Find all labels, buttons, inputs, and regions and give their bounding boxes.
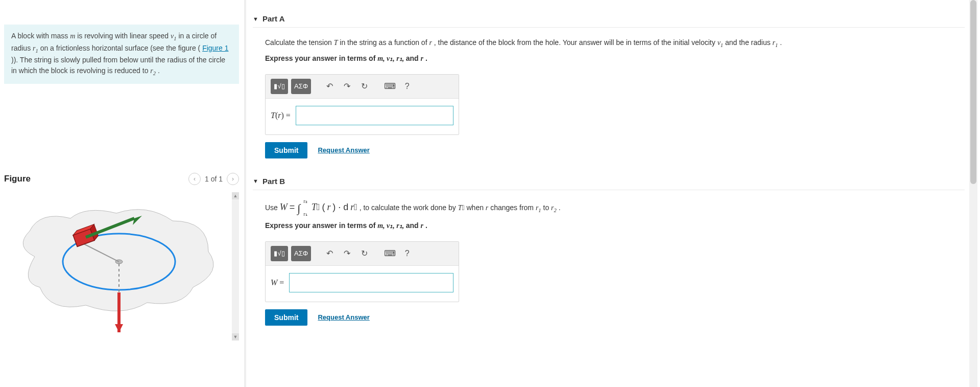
var-T: T: [334, 39, 338, 47]
vars: m, v₁, r₁,: [377, 222, 406, 230]
part-a-body: Calculate the tension T in the string as…: [253, 28, 965, 163]
var-W: W: [280, 202, 288, 212]
collapse-icon: ▼: [253, 16, 258, 22]
var-Tvec: T⃗: [458, 204, 465, 212]
right-column: ▼ Part A Calculate the tension T in the …: [253, 0, 965, 330]
text: Express your answer in terms of: [265, 54, 377, 62]
reset-icon[interactable]: ↻: [357, 246, 371, 261]
redo-icon[interactable]: ↷: [340, 246, 354, 261]
text: to: [543, 203, 552, 212]
var-r: r: [327, 202, 330, 212]
part-a-answer-input[interactable]: [296, 106, 453, 125]
figure-scroll-down[interactable]: ▼: [232, 333, 239, 340]
part-a-title: Part A: [262, 14, 285, 23]
text: .: [780, 38, 782, 47]
text: when: [466, 203, 485, 212]
part-a-header[interactable]: ▼ Part A: [253, 10, 965, 28]
part-b-label: W =: [271, 278, 284, 287]
equation-toolbar: ▮√▯ ΑΣΦ ↶ ↷ ↻ ⌨ ?: [266, 75, 459, 99]
intro-text: on a frictionless horizontal surface (se…: [40, 44, 201, 52]
pager-label: 1 of 1: [205, 175, 223, 183]
var-r: r: [421, 55, 423, 62]
var-rvec: r⃗: [350, 202, 357, 212]
intro-text: )). The string is slowly pulled from bel…: [11, 56, 225, 75]
request-answer-link[interactable]: Request Answer: [318, 313, 369, 321]
text: Use: [265, 203, 280, 212]
var-r: r: [429, 39, 432, 47]
var-r: r: [421, 222, 423, 230]
submit-button[interactable]: Submit: [265, 142, 307, 158]
request-answer-link[interactable]: Request Answer: [318, 146, 369, 154]
help-icon[interactable]: ?: [400, 246, 414, 261]
text: (: [322, 202, 325, 212]
part-b-answer-input[interactable]: [289, 273, 453, 292]
figure-svg: [4, 195, 224, 338]
part-b: ▼ Part B Use W = ∫ r₂ r₁ T⃗ ( r ) · d r⃗…: [253, 173, 965, 330]
intro-text: A block with mass: [11, 32, 70, 40]
part-a: ▼ Part A Calculate the tension T in the …: [253, 10, 965, 163]
text: in the string as a function of: [340, 38, 429, 47]
var-Tvec: T⃗: [312, 202, 320, 212]
figure-pager: ‹ 1 of 1 ›: [188, 173, 239, 185]
part-b-actions: Submit Request Answer: [265, 309, 965, 326]
scrollbar-thumb[interactable]: [970, 0, 976, 184]
text: Express your answer in terms of: [265, 221, 377, 230]
text: , the distance of the block from the hol…: [434, 38, 718, 47]
integral: ∫ r₂ r₁: [297, 199, 300, 217]
text: , to calculate the work done by: [360, 203, 458, 212]
toolbar-greek-button[interactable]: ΑΣΦ: [291, 246, 311, 261]
left-column: A block with mass m is revolving with li…: [4, 0, 239, 340]
part-b-prompt: Use W = ∫ r₂ r₁ T⃗ ( r ) · d r⃗ , to cal…: [265, 199, 965, 217]
var-r1: r1: [33, 44, 38, 52]
var-r1: r1: [773, 39, 778, 47]
text: changes from: [490, 203, 536, 212]
part-a-answer-box: ▮√▯ ΑΣΦ ↶ ↷ ↻ ⌨ ? T(r) =: [265, 74, 459, 135]
equation-toolbar: ▮√▯ ΑΣΦ ↶ ↷ ↻ ⌨ ?: [266, 242, 459, 266]
svg-marker-10: [115, 324, 123, 332]
redo-icon[interactable]: ↷: [340, 79, 354, 94]
part-b-input-row: W =: [266, 266, 459, 302]
toolbar-greek-button[interactable]: ΑΣΦ: [291, 79, 311, 94]
undo-icon[interactable]: ↶: [322, 79, 337, 94]
figure-scroll-up[interactable]: ▲: [232, 192, 239, 199]
reset-icon[interactable]: ↻: [357, 79, 371, 94]
part-a-input-row: T(r) =: [266, 99, 459, 134]
var-v1: v1: [171, 32, 176, 40]
text: .: [425, 221, 427, 230]
keyboard-icon[interactable]: ⌨: [383, 79, 397, 94]
problem-intro: A block with mass m is revolving with li…: [4, 25, 239, 84]
part-b-express: Express your answer in terms of m, v₁, r…: [265, 221, 965, 230]
var-m: m: [70, 32, 75, 40]
text: and: [406, 54, 421, 62]
figure-header: Figure ‹ 1 of 1 ›: [4, 171, 239, 187]
var-v1: v1: [718, 39, 723, 47]
collapse-icon: ▼: [253, 178, 258, 184]
pager-next-button[interactable]: ›: [227, 173, 239, 185]
part-a-prompt: Calculate the tension T in the string as…: [265, 37, 965, 50]
part-b-header[interactable]: ▼ Part B: [253, 173, 965, 190]
text: ) · d: [332, 202, 348, 212]
text: Calculate the tension: [265, 38, 334, 47]
undo-icon[interactable]: ↶: [322, 246, 337, 261]
keyboard-icon[interactable]: ⌨: [383, 246, 397, 261]
column-divider: [244, 0, 246, 387]
part-b-body: Use W = ∫ r₂ r₁ T⃗ ( r ) · d r⃗ , to cal…: [253, 190, 965, 330]
var-r: r: [486, 204, 488, 212]
submit-button[interactable]: Submit: [265, 309, 307, 326]
var-r1: r1: [536, 204, 541, 212]
intro-text: .: [158, 66, 160, 75]
pager-prev-button[interactable]: ‹: [188, 173, 201, 185]
part-a-express: Express your answer in terms of m, v₁, r…: [265, 54, 965, 63]
var-r2: r2: [150, 67, 156, 75]
vars: m, v₁, r₁,: [377, 55, 406, 62]
figure-canvas: ▲ ▼: [4, 192, 239, 340]
text: and the radius: [725, 38, 773, 47]
toolbar-templates-button[interactable]: ▮√▯: [271, 246, 288, 261]
eq: =: [290, 202, 298, 212]
toolbar-templates-button[interactable]: ▮√▯: [271, 79, 288, 94]
figure-link[interactable]: Figure 1: [202, 44, 228, 52]
part-b-title: Part B: [262, 177, 285, 186]
page-scrollbar[interactable]: [969, 0, 977, 387]
help-icon[interactable]: ?: [400, 79, 414, 94]
figure-title: Figure: [4, 174, 31, 184]
